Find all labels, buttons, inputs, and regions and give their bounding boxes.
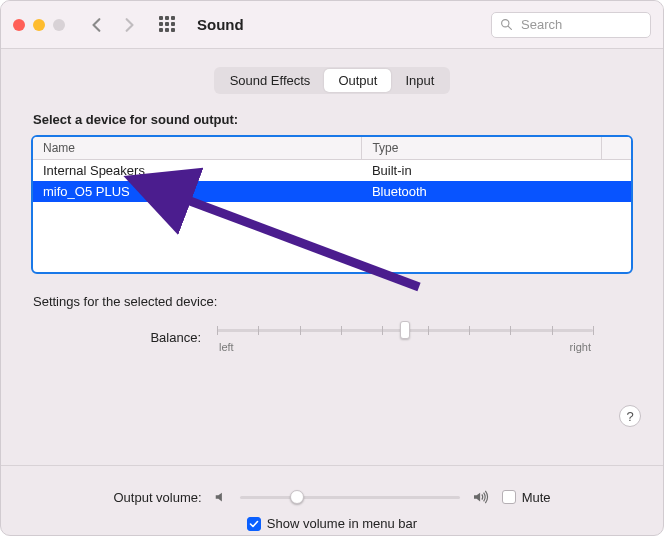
balance-left-label: left bbox=[219, 341, 234, 353]
column-type[interactable]: Type bbox=[362, 137, 601, 160]
balance-right-label: right bbox=[570, 341, 591, 353]
column-name[interactable]: Name bbox=[33, 137, 362, 160]
device-type: Bluetooth bbox=[362, 181, 631, 202]
tab-input[interactable]: Input bbox=[391, 69, 448, 92]
titlebar: Sound bbox=[1, 1, 663, 49]
speaker-low-icon bbox=[214, 490, 228, 504]
mute-label: Mute bbox=[522, 490, 551, 505]
maximize-window-button[interactable] bbox=[53, 19, 65, 31]
output-volume-label: Output volume: bbox=[113, 490, 201, 505]
minimize-window-button[interactable] bbox=[33, 19, 45, 31]
search-icon bbox=[500, 18, 513, 31]
help-button[interactable]: ? bbox=[619, 405, 641, 427]
device-row-mifo-o5-plus[interactable]: mifo_O5 PLUS Bluetooth bbox=[33, 181, 631, 202]
table-empty-space bbox=[33, 202, 631, 272]
footer: Output volume: Mute Show volume bbox=[1, 474, 663, 535]
device-name: mifo_O5 PLUS bbox=[33, 181, 362, 202]
balance-control: Balance: bbox=[31, 321, 633, 353]
traffic-lights bbox=[13, 19, 65, 31]
chevron-right-icon bbox=[122, 18, 136, 32]
window-body: Sound Effects Output Input Select a devi… bbox=[1, 49, 663, 474]
window-title: Sound bbox=[197, 16, 244, 33]
search-field[interactable] bbox=[491, 12, 651, 38]
svg-point-0 bbox=[502, 20, 509, 27]
nav-arrows bbox=[89, 17, 137, 33]
tabs: Sound Effects Output Input bbox=[214, 67, 451, 94]
balance-label: Balance: bbox=[71, 330, 201, 345]
footer-divider bbox=[1, 465, 663, 466]
sound-preferences-window: Sound Sound Effects Output Input Select … bbox=[0, 0, 664, 536]
output-volume-thumb[interactable] bbox=[290, 490, 304, 504]
nav-back-button[interactable] bbox=[89, 17, 105, 33]
show-volume-menubar-group[interactable]: Show volume in menu bar bbox=[247, 516, 417, 531]
chevron-left-icon bbox=[90, 18, 104, 32]
device-row-internal-speakers[interactable]: Internal Speakers Built-in bbox=[33, 160, 631, 182]
tab-output[interactable]: Output bbox=[324, 69, 391, 92]
speaker-high-icon bbox=[472, 490, 490, 504]
show-volume-menubar-checkbox[interactable] bbox=[247, 517, 261, 531]
svg-line-1 bbox=[508, 26, 511, 29]
tab-sound-effects[interactable]: Sound Effects bbox=[216, 69, 325, 92]
output-device-table: Name Type Internal Speakers Built-in mif… bbox=[31, 135, 633, 274]
balance-slider-thumb[interactable] bbox=[400, 321, 410, 339]
nav-forward-button[interactable] bbox=[121, 17, 137, 33]
mute-checkbox[interactable] bbox=[502, 490, 516, 504]
device-name: Internal Speakers bbox=[33, 160, 362, 182]
all-preferences-grid-button[interactable] bbox=[159, 16, 177, 34]
column-spacer bbox=[601, 137, 631, 160]
mute-checkbox-group[interactable]: Mute bbox=[502, 490, 551, 505]
output-volume-slider[interactable] bbox=[240, 488, 460, 506]
select-device-label: Select a device for sound output: bbox=[33, 112, 633, 127]
output-volume-row: Output volume: Mute bbox=[113, 488, 550, 506]
balance-end-labels: left right bbox=[217, 341, 593, 353]
device-type: Built-in bbox=[362, 160, 631, 182]
balance-slider[interactable] bbox=[217, 321, 593, 339]
show-volume-menubar-label: Show volume in menu bar bbox=[267, 516, 417, 531]
search-input[interactable] bbox=[519, 16, 642, 33]
checkmark-icon bbox=[249, 519, 259, 529]
table-header-row: Name Type bbox=[33, 137, 631, 160]
close-window-button[interactable] bbox=[13, 19, 25, 31]
device-settings-label: Settings for the selected device: bbox=[33, 294, 633, 309]
